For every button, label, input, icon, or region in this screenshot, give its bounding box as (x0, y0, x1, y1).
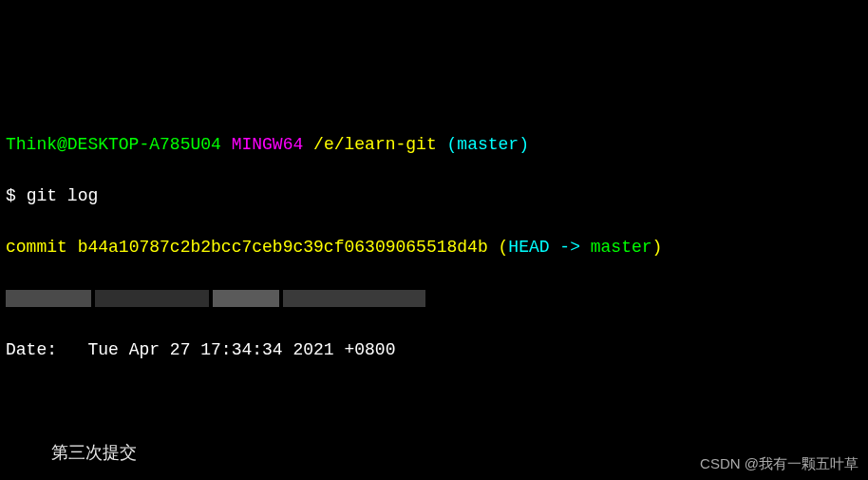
date-line: Date: Tue Apr 27 17:34:34 2021 +0800 (6, 337, 862, 363)
prompt-cwd: /e/learn-git (313, 135, 437, 154)
prompt-line: Think@DESKTOP-A785U04 MINGW64 /e/learn-g… (6, 132, 862, 158)
author-redacted (6, 286, 862, 312)
date-value: Tue Apr 27 17:34:34 2021 +0800 (87, 340, 395, 359)
command-text: git log (27, 186, 99, 205)
date-label: Date: (6, 340, 57, 359)
paren-close: ) (652, 238, 663, 257)
watermark-text: CSDN @我有一颗五叶草 (700, 453, 859, 475)
prompt-user-host: Think@DESKTOP-A785U04 (6, 135, 221, 154)
commit-hash: b44a10787c2b2bcc7ceb9c39cf06309065518d4b (78, 238, 488, 257)
paren-open: ( (499, 238, 509, 257)
prompt-env: MINGW64 (232, 135, 304, 154)
prompt-branch: (master) (447, 135, 529, 154)
command-line: $ git log (6, 183, 862, 209)
commit-line: commit b44a10787c2b2bcc7ceb9c39cf0630906… (6, 235, 862, 260)
head-ref: HEAD -> (508, 238, 590, 257)
commit-label: commit (6, 238, 67, 257)
prompt-symbol: $ (6, 186, 16, 205)
terminal-output[interactable]: Think@DESKTOP-A785U04 MINGW64 /e/learn-g… (6, 106, 862, 480)
branch-ref: master (591, 238, 652, 257)
